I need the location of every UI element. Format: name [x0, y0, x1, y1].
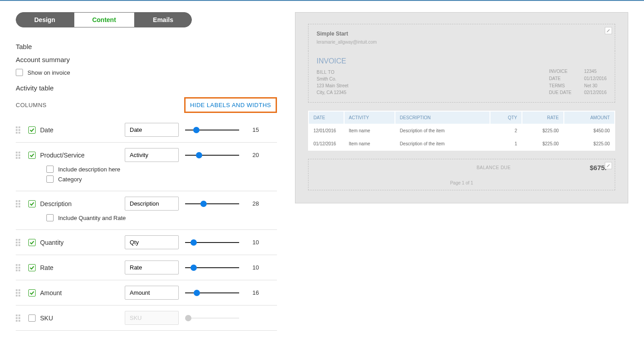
column-name: Rate [40, 264, 54, 271]
checkbox-sub-option[interactable] [46, 214, 54, 221]
tab-emails[interactable]: Emails [135, 12, 192, 27]
th-date: DATE [309, 112, 344, 124]
page-indicator: Page 1 of 1 [317, 180, 607, 185]
column-label-input[interactable] [125, 311, 179, 325]
th-rate: RATE [522, 112, 563, 124]
table-row: 12/01/2016Item nameDescription of the it… [309, 125, 614, 137]
th-qty: QTY [490, 112, 522, 124]
drag-handle-icon[interactable] [16, 315, 22, 322]
column-name: Description [40, 200, 72, 207]
column-width-slider[interactable] [185, 288, 239, 297]
meta-due-label: DUE DATE [549, 90, 571, 96]
sub-option-label: Include Quantity and Rate [58, 215, 126, 221]
cell-qty: 1 [490, 138, 522, 150]
column-name: Amount [40, 289, 62, 297]
cell-date: 12/01/2016 [309, 125, 344, 137]
drag-handle-icon[interactable] [16, 264, 22, 271]
table-row: 01/12/2016Item nameDescription of the it… [309, 138, 614, 150]
preview-invoice-title: INVOICE [317, 57, 607, 65]
meta-terms: Net 30 [584, 83, 607, 89]
drag-handle-icon[interactable] [16, 289, 22, 297]
drag-handle-icon[interactable] [16, 200, 22, 207]
cell-rate: $225.00 [522, 138, 563, 150]
checkbox-show-on-invoice[interactable] [16, 69, 23, 76]
th-amount: AMOUNT [564, 112, 614, 124]
checkbox-column[interactable] [28, 200, 36, 207]
preview-table: DATE ACTIVITY DESCRIPTION QTY RATE AMOUN… [308, 111, 615, 151]
invoice-preview: Simple Start leramarie_allgway@intuit.co… [295, 12, 628, 203]
section-activity-table: Activity table [16, 84, 277, 92]
column-label-input[interactable] [125, 286, 179, 300]
checkbox-column[interactable] [28, 126, 36, 134]
column-width-slider [185, 314, 239, 323]
preview-billto-addr1: 123 Main Street [317, 82, 349, 89]
cell-date: 01/12/2016 [309, 138, 344, 150]
column-width-slider[interactable] [185, 151, 239, 160]
checkbox-label: Show on invoice [27, 69, 70, 76]
column-name: Product/Service [40, 152, 85, 159]
column-name: SKU [40, 315, 53, 322]
cell-amount: $450.00 [564, 125, 614, 137]
column-width-value: 20 [245, 152, 259, 158]
cell-description: Description of the item [395, 125, 490, 137]
meta-terms-label: TERMS [549, 83, 571, 89]
checkbox-sub-option[interactable] [46, 175, 54, 183]
column-label-input[interactable] [125, 235, 179, 249]
column-label-input[interactable] [125, 148, 179, 162]
tab-content[interactable]: Content [74, 12, 135, 27]
sub-option-label: Include description here [58, 166, 120, 173]
column-label-input[interactable] [125, 123, 179, 137]
preview-billto-name: Smith Co. [317, 76, 349, 82]
drag-handle-icon[interactable] [16, 152, 22, 159]
checkbox-column[interactable] [28, 315, 36, 322]
column-width-slider[interactable] [185, 263, 239, 272]
meta-date-label: DATE [549, 76, 571, 82]
column-width-value: 28 [245, 200, 259, 207]
cell-qty: 2 [490, 125, 522, 137]
meta-invoice-label: INVOICE [549, 69, 571, 75]
column-width-slider[interactable] [185, 126, 239, 135]
cell-rate: $225.00 [522, 125, 563, 137]
column-width-slider[interactable] [185, 238, 239, 247]
hide-labels-widths-button[interactable]: HIDE LABELS AND WIDTHS [184, 97, 277, 113]
column-width-slider[interactable] [185, 199, 239, 208]
meta-due: 02/12/2016 [584, 90, 607, 96]
balance-due-label: BALANCE DUE [398, 165, 590, 170]
column-name: Quantity [40, 239, 63, 246]
columns-heading: COLUMNS [16, 102, 47, 108]
drag-handle-icon[interactable] [16, 239, 22, 246]
sub-option-label: Category [58, 176, 82, 183]
column-name: Date [40, 126, 54, 134]
cell-activity: Item name [345, 138, 395, 150]
th-description: DESCRIPTION [395, 112, 490, 124]
drag-handle-icon[interactable] [16, 126, 22, 134]
tabs: Design Content Emails [16, 12, 192, 27]
pencil-icon[interactable] [605, 27, 612, 34]
checkbox-sub-option[interactable] [46, 166, 54, 173]
checkbox-column[interactable] [28, 264, 36, 271]
column-label-input[interactable] [125, 197, 179, 211]
preview-email: leramarie_allgway@intuit.com [317, 40, 607, 45]
checkbox-column[interactable] [28, 239, 36, 246]
section-account-summary: Account summary [16, 56, 277, 63]
cell-amount: $225.00 [564, 138, 614, 150]
th-activity: ACTIVITY [345, 112, 395, 124]
cell-activity: Item name [345, 125, 395, 137]
preview-billto-addr2: City, CA 12345 [317, 89, 349, 96]
column-width-value: 10 [245, 264, 259, 271]
balance-due-amount: $675. [590, 164, 607, 171]
preview-billto-label: BILL TO [317, 69, 349, 76]
meta-invoice-no: 12345 [584, 69, 607, 75]
column-width-value: 16 [245, 289, 259, 296]
column-width-value: 15 [245, 126, 259, 133]
column-label-input[interactable] [125, 261, 179, 274]
checkbox-column[interactable] [28, 289, 36, 297]
cell-description: Description of the item [395, 138, 490, 150]
pencil-icon[interactable] [605, 162, 612, 169]
section-table: Table [16, 43, 277, 50]
meta-date: 01/12/2016 [584, 76, 607, 82]
column-width-value: 10 [245, 239, 259, 246]
preview-company-name: Simple Start [317, 31, 607, 37]
tab-design[interactable]: Design [16, 12, 74, 27]
checkbox-column[interactable] [28, 152, 36, 159]
